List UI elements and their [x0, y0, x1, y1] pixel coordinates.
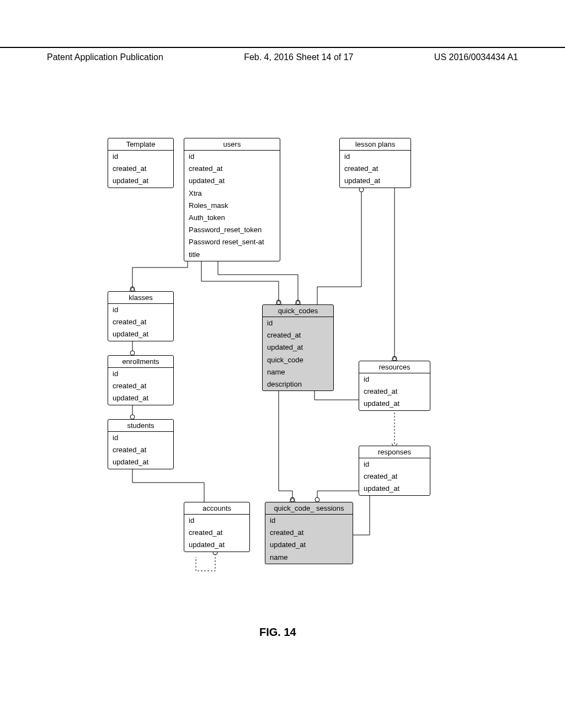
entity-field: created_at [108, 444, 173, 456]
entity-field: updated_at [108, 456, 173, 468]
entity-field: created_at [108, 316, 173, 328]
entity-field: updated_at [265, 539, 353, 551]
entity-title: students [108, 420, 173, 432]
entity-field: id [340, 151, 411, 163]
entity-field: updated_at [263, 341, 333, 354]
entity-field: id [108, 368, 173, 380]
entity-field: Xtra [184, 188, 280, 200]
entity-field: Password reset_sent-at [184, 236, 280, 248]
entity-field: id [108, 151, 173, 163]
er-diagram: Template id created_at updated_at users … [108, 138, 483, 596]
entity-field: id [184, 515, 249, 527]
entity-field: created_at [265, 527, 353, 539]
entity-field: created_at [184, 527, 249, 539]
header-center: Feb. 4, 2016 Sheet 14 of 17 [244, 52, 353, 62]
entity-quick-code-sessions: quick_code_ sessions id created_at updat… [265, 502, 353, 564]
entity-field: created_at [108, 163, 173, 175]
entity-field: created_at [340, 163, 411, 175]
svg-point-5 [130, 351, 135, 355]
entity-field: created_at [359, 470, 430, 483]
entity-field: created_at [184, 163, 280, 175]
entity-field: name [263, 366, 333, 378]
entity-accounts: accounts id created_at updated_at [184, 502, 250, 552]
entity-title: responses [359, 446, 430, 458]
entity-field: updated_at [359, 483, 430, 495]
entity-field: id [265, 515, 353, 527]
entity-field: name [265, 552, 353, 564]
page-header: Patent Application Publication Feb. 4, 2… [0, 47, 565, 62]
entity-field: Roles_mask [184, 200, 280, 212]
entity-field: description [263, 378, 333, 390]
entity-template: Template id created_at updated_at [108, 138, 174, 188]
entity-title: Template [108, 138, 173, 151]
header-right: US 2016/0034434 A1 [434, 52, 518, 62]
entity-field: created_at [263, 329, 333, 341]
entity-field: id [184, 151, 280, 163]
svg-point-9 [315, 497, 319, 502]
entity-field: Password_reset_token [184, 224, 280, 236]
entity-klasses: klasses id created_at updated_at [108, 291, 174, 341]
entity-field: updated_at [108, 392, 173, 404]
entity-field: id [359, 458, 430, 470]
entity-title: lesson plans [340, 138, 411, 151]
entity-field: updated_at [359, 398, 430, 410]
entity-field: title [184, 249, 280, 261]
entity-lesson-plans: lesson plans id created_at updated_at [339, 138, 411, 188]
figure-label: FIG. 14 [259, 626, 296, 639]
entity-field: id [108, 304, 173, 316]
entity-field: updated_at [340, 175, 411, 187]
entity-field: Auth_token [184, 212, 280, 224]
entity-title: quick_code_ sessions [265, 502, 353, 515]
svg-point-6 [130, 415, 135, 419]
entity-field: id [108, 432, 173, 444]
entity-enrollments: enrollments id created_at updated_at [108, 355, 174, 405]
entity-field: updated_at [184, 175, 280, 187]
entity-title: users [184, 138, 280, 151]
entity-students: students id created_at updated_at [108, 419, 174, 469]
entity-title: resources [359, 361, 430, 373]
entity-field: updated_at [184, 539, 249, 551]
entity-field: id [263, 317, 333, 329]
entity-quick-codes: quick_codes id created_at updated_at qui… [262, 304, 334, 391]
entity-users: users id created_at updated_at Xtra Role… [184, 138, 280, 261]
entity-responses: responses id created_at updated_at [359, 446, 430, 496]
entity-resources: resources id created_at updated_at [359, 361, 430, 411]
entity-field: id [359, 373, 430, 386]
entity-field: updated_at [108, 175, 173, 187]
entity-field: created_at [359, 386, 430, 398]
entity-title: quick_codes [263, 305, 333, 317]
entity-title: accounts [184, 502, 249, 515]
entity-title: klasses [108, 292, 173, 304]
entity-field: quick_code [263, 354, 333, 366]
svg-point-3 [359, 188, 364, 192]
entity-title: enrollments [108, 356, 173, 368]
header-left: Patent Application Publication [47, 52, 163, 62]
entity-field: updated_at [108, 328, 173, 340]
entity-field: created_at [108, 380, 173, 392]
